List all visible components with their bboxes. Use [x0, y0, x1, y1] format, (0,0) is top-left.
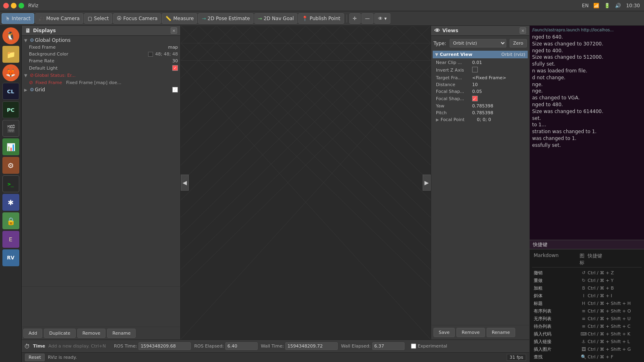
log-line: stration was changed to 1. [532, 128, 642, 135]
crosshair-icon: ✛ [353, 16, 357, 21]
log-lines: nged to 640.Size was changed to 307200.n… [532, 34, 642, 149]
invert-z-checkbox[interactable] [472, 67, 524, 74]
grid-item[interactable]: ▶ ⚙ Grid ✓ [23, 86, 180, 93]
rename-view-button[interactable]: Rename [487, 328, 515, 337]
default-light-row[interactable]: Default Light ✓ [23, 64, 180, 72]
viewport-right-arrow[interactable]: ▶ [423, 175, 431, 191]
shortcut-icon: 🖼 [580, 347, 588, 352]
focal-point-row[interactable]: ▶ Focal Point 0; 0; 0 [433, 116, 528, 123]
shortcuts-title: 快捷键 [533, 241, 547, 248]
fixed-frame-error-item[interactable]: ⊘ Fixed Frame Fixed Frame [map] doe... [23, 79, 180, 86]
frame-rate-row[interactable]: Frame Rate 30 [23, 58, 180, 64]
views-panel-close[interactable]: ✕ [520, 27, 526, 34]
views-zero-button[interactable]: Zero [510, 39, 527, 47]
current-view-header: ▼ Current View Orbit (rviz) [433, 51, 528, 58]
default-light-checkbox[interactable]: ✓ [172, 65, 178, 71]
minimize-button[interactable] [11, 3, 17, 8]
shortcut-keys: Ctrl / ⌘ + Y [588, 278, 640, 283]
publish-point-button[interactable]: 📍 Publish Point [298, 13, 344, 24]
background-color-row[interactable]: Background Color 48; 48; 48 [23, 51, 180, 58]
experimental-checkbox[interactable] [411, 343, 416, 349]
rviz-app-icon[interactable]: RV [2, 249, 19, 266]
minus-button[interactable]: — [361, 13, 374, 24]
move-camera-icon: 🎥 [39, 16, 45, 21]
pose-estimate-button[interactable]: → 2D Pose Estimate [198, 13, 253, 24]
global-status-item[interactable]: ▼ ⊘ Global Status: Er... [23, 72, 180, 79]
shortcut-name: 加粗 [534, 285, 580, 291]
vpn-icon[interactable]: 🔒 [2, 212, 19, 229]
wall-elapsed-input[interactable] [372, 342, 405, 350]
video-editor-icon[interactable]: 🎬 [2, 120, 19, 137]
clion-icon[interactable]: CL [2, 83, 19, 100]
measure-button[interactable]: 📏 Measure [162, 13, 197, 24]
fps-badge: 31 fps [507, 354, 526, 361]
settings-icon[interactable]: ⚙ [2, 157, 19, 174]
views-panel: 👁 Views ✕ Type: Orbit (rviz) Zero [431, 26, 529, 339]
svg-rect-0 [181, 26, 431, 339]
nav-goal-button[interactable]: → 2D Nav Goal [254, 13, 297, 24]
wall-elapsed-group: Wall Elapsed: [341, 342, 404, 350]
terminal-icon[interactable]: >_ [2, 175, 19, 192]
pycharm-icon[interactable]: PC [2, 101, 19, 118]
select-button[interactable]: ▢ Select [84, 13, 112, 24]
pitch-row: Pitch 0.785398 [433, 109, 528, 116]
interact-button[interactable]: 🖱 Interact [2, 13, 34, 24]
xsane-icon[interactable]: ✱ [2, 194, 19, 211]
shortcut-name: 无序列表 [534, 316, 580, 322]
emacs-icon[interactable]: E [2, 231, 19, 248]
move-camera-button[interactable]: 🎥 Move Camera [35, 13, 83, 24]
rename-display-button[interactable]: Rename [107, 329, 136, 338]
log-line: essfully set. [532, 142, 642, 149]
eye-button[interactable]: 👁 ▾ [374, 13, 390, 24]
ros-elapsed-input[interactable] [225, 342, 258, 350]
3d-viewport[interactable]: ◀ ▶ [181, 26, 431, 339]
time-add-hint: Add a new display. Ctrl+N [48, 343, 106, 349]
shortcut-name: 标题 [534, 300, 580, 306]
displays-tree: ▼ ⚙ Global Options Fixed Frame map Backg… [22, 36, 180, 286]
remove-display-button[interactable]: Remove [77, 329, 106, 338]
displays-lower-area [22, 286, 180, 327]
maximize-button[interactable] [19, 3, 24, 8]
spreadsheet-icon[interactable]: 📊 [2, 138, 19, 155]
displays-panel-icon: 🖥 [25, 27, 31, 34]
grid-checkbox[interactable]: ✓ [172, 87, 178, 93]
views-type-select[interactable]: Orbit (rviz) [450, 39, 506, 47]
shortcut-name: 斜体 [534, 293, 580, 299]
middle-panels: 🖥 Displays ✕ ▼ ⚙ Global Options Fixed Fr… [22, 26, 529, 339]
fixed-frame-error-icon: ⊘ [29, 80, 33, 85]
wall-time-input[interactable] [285, 342, 338, 350]
ubuntu-icon[interactable]: 🐧 [2, 27, 19, 44]
window-title: RViz [28, 3, 38, 8]
shortcut-keys: Ctrl / ⌘ + Shift + O [588, 309, 640, 314]
target-frame-row: Target Fra... <Fixed Frame> [433, 74, 528, 81]
reset-button[interactable]: Reset [25, 354, 45, 361]
add-display-button[interactable]: Add [23, 329, 42, 338]
ros-time-group: ROS Time: [114, 342, 191, 350]
close-button[interactable] [3, 3, 9, 8]
crosshair-button[interactable]: ✛ [349, 13, 361, 24]
focus-camera-button[interactable]: ⦿ Focus Camera [113, 13, 161, 24]
files-icon[interactable]: 📁 [2, 46, 19, 63]
remove-view-button[interactable]: Remove [456, 328, 485, 337]
global-options-icon: ⚙ [30, 37, 34, 43]
displays-panel-close[interactable]: ✕ [171, 27, 177, 34]
duplicate-display-button[interactable]: Duplicate [44, 329, 75, 338]
titlebar: RViz EN 📶 🔋 🔊 10:30 [0, 0, 644, 11]
yaw-row: Yaw 0.785398 [433, 103, 528, 109]
timebar: ⏱ Time Add a new display. Ctrl+N ROS Tim… [22, 339, 529, 352]
focal-shape2-checkbox[interactable]: ✓ [472, 96, 524, 102]
background-color-swatch [148, 52, 153, 57]
shortcut-row: 撤销 ↺ Ctrl / ⌘ + Z [532, 269, 642, 277]
viewport-left-arrow[interactable]: ◀ [181, 175, 189, 191]
experimental-label: Experimental [418, 343, 447, 349]
save-view-button[interactable]: Save [433, 328, 455, 337]
fixed-frame-row[interactable]: Fixed Frame map [23, 44, 180, 51]
ros-time-input[interactable] [138, 342, 191, 350]
log-line: d not change. [532, 74, 642, 81]
global-options-item[interactable]: ▼ ⚙ Global Options [23, 37, 180, 44]
global-options-arrow: ▼ [24, 38, 29, 43]
window-controls[interactable] [3, 3, 24, 8]
log-line: nged to 640. [532, 34, 642, 41]
firefox-icon[interactable]: 🦊 [2, 64, 19, 81]
log-line: Size was changed to 614400. [532, 108, 642, 115]
